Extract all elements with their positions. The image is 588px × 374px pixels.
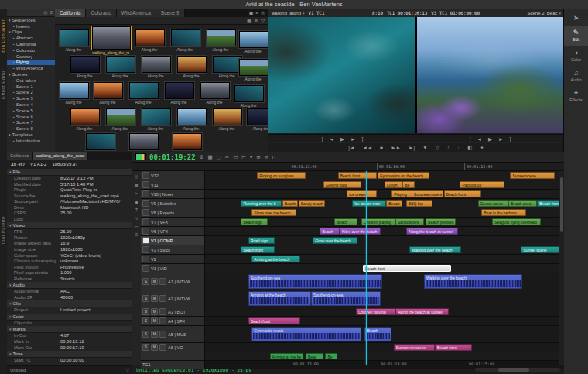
timeline-clip[interactable]: Kites over the beach [340, 228, 381, 235]
workspace-audio[interactable]: ♫Audio [564, 66, 588, 86]
grid-view-icon[interactable]: ▦ [207, 154, 213, 160]
mute-button[interactable]: M [151, 331, 158, 338]
source-monitor[interactable] [268, 17, 415, 133]
project-bin-inserts[interactable]: ▪Inserts [7, 23, 55, 29]
project-bin-cowboy[interactable]: ▪Cowboy [7, 53, 55, 60]
bin-clip[interactable]: Along the [70, 108, 100, 131]
bin-clip[interactable]: Along the [234, 85, 264, 108]
track-header[interactable]: TC1 [141, 361, 205, 369]
track-header[interactable]: V9 | Subtitles [141, 199, 205, 208]
bin-clip[interactable]: Along the [135, 29, 165, 52]
track-lane[interactable]: Show over the beachBoat in the harbour [205, 208, 564, 217]
timeline-clip[interactable]: Running over the b [241, 200, 282, 207]
bin-clip[interactable]: Along the [94, 82, 123, 105]
bin-clip[interactable]: Along the [165, 82, 194, 105]
timeline-clip[interactable]: Beach [334, 218, 357, 225]
solo-button[interactable]: S [142, 317, 149, 324]
track-selector-button[interactable] [142, 246, 149, 253]
record-monitor[interactable] [417, 17, 564, 133]
project-bin-abstract[interactable]: ▪Abstract [7, 35, 55, 41]
timeline-clip[interactable]: Beach pebbles [426, 218, 456, 225]
workspace-pointer[interactable]: ➤ [564, 11, 588, 26]
bin-clip[interactable]: Along the [239, 59, 268, 81]
go-to-start-button[interactable]: |◄ [348, 143, 354, 152]
timeline-clip[interactable]: Southend-on-sea [311, 291, 381, 306]
track-header[interactable]: SMA6 | VO [141, 343, 205, 352]
track-header[interactable]: V1 | COMP [141, 236, 205, 245]
track-selector-button[interactable] [159, 278, 166, 285]
timeline-clip[interactable]: Cream scene [478, 200, 508, 207]
marker-icon[interactable]: ▾ [249, 154, 253, 160]
left-tab-effect-editor[interactable]: Effect Editor [1, 69, 5, 99]
solo-button[interactable]: S [142, 295, 149, 302]
timeline-clip[interactable]: Beach front [363, 265, 450, 272]
timeline-clip[interactable]: Beach [320, 228, 339, 235]
track-selector-button[interactable] [142, 181, 149, 188]
mute-button[interactable]: M [151, 317, 158, 324]
bin-clip[interactable]: Along the [106, 56, 135, 78]
bin-clip[interactable]: Along the [207, 29, 236, 52]
mute-button[interactable]: M [151, 344, 158, 351]
timeline-clip[interactable]: Beach [386, 200, 402, 207]
bin-clip[interactable]: Along the [213, 56, 242, 78]
track-header[interactable]: V12 [141, 171, 205, 180]
bin-clip[interactable]: walking_along_the_road [92, 26, 131, 55]
mute-button[interactable]: M [151, 308, 158, 315]
workspace-effects[interactable]: ✦Effects [564, 86, 588, 106]
bin-clip[interactable]: Along the [200, 82, 230, 105]
scrollbar-thumb[interactable] [560, 177, 563, 232]
timeline-clip[interactable]: Sandcastles [395, 218, 424, 225]
inspector-tab-california[interactable]: California [7, 152, 33, 160]
timeline-clip[interactable]: Arriving at the beach [248, 291, 311, 306]
project-bin-scene-7[interactable]: ▪Scene 7 [7, 120, 55, 126]
track-lane[interactable]: Running over the bBeach mSandy beachesIc… [205, 199, 564, 208]
track-lane[interactable]: Picking on sunglassBeach frontGymnastics… [205, 171, 564, 180]
project-bin-scene-4[interactable]: ▪Scene 4 [7, 101, 55, 108]
timeline-clip[interactable]: Sunset scene [521, 246, 560, 253]
timeline-clip[interactable]: Picking on sunglass [257, 172, 305, 179]
bin-tab-colorado[interactable]: Colorado [86, 9, 116, 17]
snap-icon[interactable]: ⊓ [271, 154, 276, 160]
timeline-clip[interactable]: Beach front [537, 200, 560, 207]
bin-clip[interactable]: Along the [60, 82, 89, 105]
track-header[interactable]: SMA2 | INTVW [141, 290, 205, 307]
project-folder-clips[interactable]: ▾Clips [7, 29, 55, 36]
track-header[interactable]: V7 | VFX [141, 218, 205, 226]
script-view-icon[interactable]: ≡ [255, 18, 258, 23]
timeline-clip[interactable]: Be [402, 181, 415, 188]
zoom-icon[interactable]: ⊕ [255, 154, 261, 160]
section-header-time[interactable]: ▾Time [7, 351, 132, 358]
workspace-color[interactable]: ◑Color [564, 46, 588, 66]
track-header[interactable]: V3 | Stock [141, 245, 205, 254]
project-bin-scene-1[interactable]: ▪Scene 1 [7, 84, 55, 90]
filter-icon[interactable]: ▽ [261, 18, 265, 24]
timeline-clip[interactable]: Walking over the beach [409, 246, 461, 253]
timeline-clip[interactable]: Southend-on-sea [248, 274, 383, 289]
bin-clip[interactable]: Along the [86, 133, 115, 152]
track-selector-button[interactable] [142, 200, 149, 207]
section-header-video[interactable]: ▾Video [7, 222, 132, 229]
timeline-clip[interactable]: Beach front [435, 344, 472, 351]
search-icon[interactable]: ◎ [43, 9, 47, 16]
track-selector-button[interactable] [159, 308, 166, 315]
track-lane[interactable]: Arriving at the beachSouthend-on-sea [205, 290, 564, 307]
track-header[interactable] [141, 352, 205, 360]
timeline-clip[interactable]: Show over the beach [251, 209, 296, 216]
timeline-clip[interactable]: Beach [364, 327, 391, 341]
timeline-clip[interactable]: Walking over the beach [424, 274, 522, 289]
timeline-clip[interactable]: Beach front [444, 190, 481, 197]
bin-clip[interactable]: Along the [177, 56, 207, 78]
track-header[interactable]: V6 | VFX [141, 227, 205, 235]
list-view-icon[interactable]: ≡ [256, 10, 259, 15]
grid-view-icon[interactable]: ▦ [247, 18, 251, 24]
rewind-button[interactable]: ◄◄ [362, 143, 372, 152]
bin-clip[interactable]: Along the [142, 56, 171, 78]
timeline-clip[interactable]: Playing [391, 190, 413, 197]
frame-view-icon[interactable]: ▣ [248, 10, 253, 16]
overwrite-button[interactable]: ▽ [436, 143, 439, 152]
bin-clip[interactable]: Along the [239, 31, 268, 53]
timeline-clip[interactable]: Arriving at the be [270, 353, 304, 359]
search-icon[interactable]: ◎ [135, 173, 138, 179]
video-icon[interactable]: ▢ [216, 154, 222, 160]
bin-clip[interactable]: Along the [213, 108, 242, 131]
